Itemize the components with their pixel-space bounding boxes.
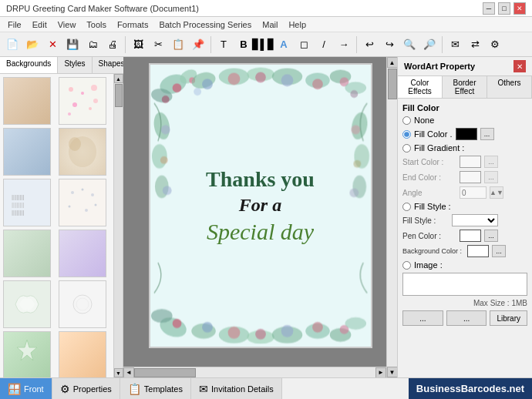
library-button[interactable]: Library [490,310,527,326]
share-button[interactable]: ⇄ [466,35,484,54]
background-thumb-12[interactable] [59,331,106,377]
greeting-card[interactable]: Thanks you For a Special day [149,63,372,348]
menu-edit[interactable]: Edit [28,18,52,31]
status-tab-templates-label: Templates [144,384,183,394]
tab-color-effects[interactable]: Color Effects [398,76,443,98]
scroll-thumb-v[interactable] [388,69,397,99]
scroll-down[interactable]: ▼ [387,367,398,377]
background-thumb-3[interactable] [3,128,51,176]
save-button[interactable]: 💾 [63,35,82,54]
fill-style-select[interactable] [452,214,498,226]
text-button[interactable]: T [214,35,233,54]
background-thumb-11[interactable] [3,331,51,377]
status-tab-front[interactable]: 🪟 Front [0,378,52,399]
scroll-up[interactable]: ▲ [387,57,398,68]
background-thumb-7[interactable] [3,230,51,277]
redo-button[interactable]: ↪ [380,35,399,54]
svg-point-47 [349,111,369,140]
scroll-right[interactable]: ► [375,367,386,378]
svg-text:||||||||: |||||||| [12,209,25,216]
bold-button[interactable]: B [234,35,253,54]
new-button[interactable]: 📄 [3,35,22,54]
status-tab-properties[interactable]: ⚙ Properties [52,378,120,399]
scroll-left[interactable]: ◄ [123,367,134,378]
background-thumb-10[interactable] [59,280,106,328]
tab-backgrounds[interactable]: Backgrounds [0,57,58,73]
background-thumb-6[interactable] [59,179,106,226]
email-button[interactable]: ✉ [446,35,464,54]
wordart-button[interactable]: A [274,35,293,54]
line-button[interactable]: / [315,35,333,54]
image-upload-area[interactable] [402,273,527,296]
menu-help[interactable]: Help [284,18,311,31]
action-btn-1[interactable]: ... [402,310,443,326]
print-button[interactable]: 🖨 [103,35,122,54]
shape-button[interactable]: ◻ [295,35,313,54]
angle-stepper[interactable]: ▲▼ [490,186,503,199]
open-button[interactable]: 📂 [23,35,42,54]
menu-batch[interactable]: Batch Processing Series [154,18,256,31]
background-thumb-4[interactable] [59,128,106,176]
property-tabs: Color Effects Border Effect Others [398,76,532,99]
start-color-swatch[interactable] [460,156,481,168]
svg-point-32 [255,72,266,82]
menu-view[interactable]: View [53,18,81,31]
left-panel-scrollbar[interactable]: ▲ ▼ [113,74,123,377]
tab-others[interactable]: Others [487,76,532,98]
bg-color-swatch[interactable] [467,245,489,257]
settings-button[interactable]: ⚙ [486,35,504,54]
zoom-in-button[interactable]: 🔍 [400,35,419,54]
property-body: Fill Color None Fill Color . ... Fill Gr… [398,99,532,377]
end-color-swatch[interactable] [460,171,481,183]
scroll-up-arrow[interactable]: ▲ [114,74,123,83]
fill-color-radio[interactable] [402,130,411,139]
background-thumb-8[interactable] [59,230,106,277]
maximize-button[interactable]: □ [498,2,510,15]
arrow-button[interactable]: → [335,35,353,54]
minimize-button[interactable]: ─ [483,2,495,15]
image-button[interactable]: 🖼 [129,35,147,54]
canvas-horizontal-scrollbar[interactable]: ◄ ► [123,367,386,377]
start-color-label: Start Color : [402,158,456,166]
tab-border-effect[interactable]: Border Effect [443,76,487,98]
save-as-button[interactable]: 🗂 [83,35,102,54]
bg-color-picker[interactable]: ... [492,245,506,257]
canvas-vertical-scrollbar[interactable]: ▲ ▼ [386,57,397,377]
delete-button[interactable]: ✕ [43,35,62,54]
tab-styles[interactable]: Styles [58,57,92,73]
scroll-thumb[interactable] [115,84,123,107]
status-tab-invitation[interactable]: ✉ Invitation Details [191,378,282,399]
image-radio[interactable] [402,261,411,270]
pen-color-picker[interactable]: ... [484,230,498,242]
status-tab-templates[interactable]: 📋 Templates [120,378,191,399]
close-panel-button[interactable]: ✕ [513,60,526,72]
menu-tools[interactable]: Tools [82,18,111,31]
scroll-down-arrow[interactable]: ▼ [114,368,123,377]
pen-color-swatch[interactable] [460,230,481,242]
paste-button[interactable]: 📌 [189,35,207,54]
start-color-picker[interactable]: ... [484,156,498,168]
cut-button[interactable]: ✂ [149,35,167,54]
panel-thumbnails: |||||||| |||||||| |||||||| [0,74,123,377]
barcode-button[interactable]: ▊▌▊ [254,35,273,54]
background-thumb-2[interactable] [59,77,106,125]
fill-style-radio[interactable] [402,203,411,211]
background-thumb-1[interactable] [3,77,51,125]
background-thumb-9[interactable] [3,280,51,328]
fill-gradient-radio[interactable] [402,144,411,153]
copy-button[interactable]: 📋 [169,35,187,54]
end-color-picker[interactable]: ... [484,171,498,183]
fill-color-swatch[interactable] [456,128,477,140]
fill-none-radio[interactable] [402,116,411,125]
background-thumb-5[interactable]: |||||||| |||||||| |||||||| [3,179,51,226]
zoom-out-button[interactable]: 🔎 [420,35,439,54]
menu-formats[interactable]: Formats [113,18,153,31]
undo-button[interactable]: ↩ [360,35,379,54]
menu-mail[interactable]: Mail [258,18,282,31]
scroll-thumb-h[interactable] [134,368,196,377]
menu-file[interactable]: File [3,18,26,31]
angle-input[interactable] [460,186,487,199]
close-button[interactable]: ✕ [513,2,526,15]
action-btn-2[interactable]: ... [446,310,487,326]
fill-color-picker-button[interactable]: ... [480,128,494,140]
